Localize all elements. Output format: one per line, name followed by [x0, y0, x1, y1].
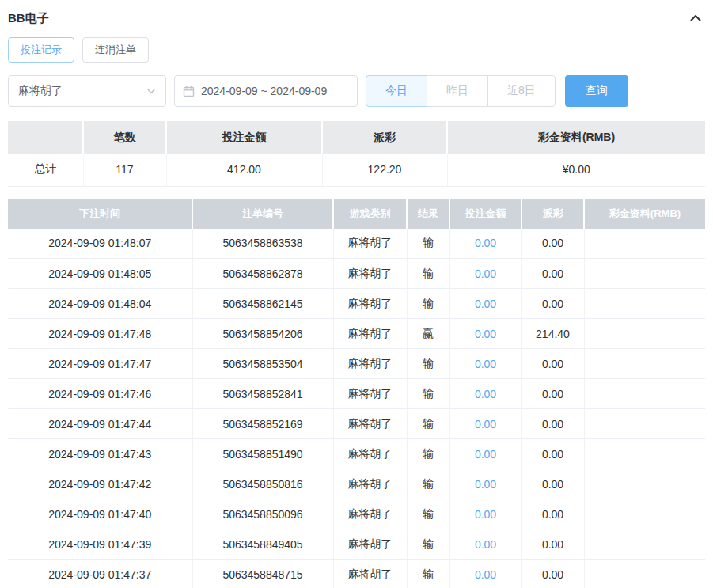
- bonus-cell: [584, 319, 705, 349]
- game-category-cell: 麻将胡了: [333, 319, 407, 349]
- bet-amount-cell: 0.00: [449, 229, 521, 259]
- result-cell: 输: [407, 379, 449, 409]
- game-category-cell: 麻将胡了: [333, 349, 407, 379]
- bet-amount-link[interactable]: 0.00: [475, 418, 496, 431]
- table-row: 2024-09-09 01:47:435063458851490麻将胡了输0.0…: [8, 439, 705, 469]
- bonus-cell: [584, 529, 705, 560]
- bonus-cell: [584, 409, 705, 439]
- table-row: 2024-09-09 01:47:375063458848715麻将胡了输0.0…: [8, 560, 705, 588]
- summary-total-row: 总计 117 412.00 122.20 ¥0.00: [8, 154, 705, 186]
- summary-header-row: 笔数 投注金额 派彩 彩金资料(RMB): [8, 121, 705, 154]
- date-range-picker[interactable]: 2024-09-09 ~ 2024-09-09: [174, 75, 358, 107]
- payout-cell: 0.00: [521, 469, 584, 499]
- records-column-header: 派彩: [521, 199, 584, 229]
- bet-time-cell: 2024-09-09 01:47:47: [8, 349, 192, 379]
- bet-amount-link[interactable]: 0.00: [475, 538, 496, 551]
- payout-cell: 0.00: [521, 409, 584, 439]
- table-row: 2024-09-09 01:47:405063458850096麻将胡了输0.0…: [8, 499, 705, 529]
- order-number-cell: 5063458851490: [192, 439, 333, 469]
- summary-total-payout: 122.20: [322, 154, 447, 186]
- bet-amount-link[interactable]: 0.00: [475, 237, 496, 249]
- records-column-header: 投注金额: [449, 199, 521, 229]
- payout-cell: 0.00: [521, 229, 584, 259]
- bet-amount-cell: 0.00: [449, 259, 521, 289]
- bet-amount-cell: 0.00: [449, 560, 521, 588]
- order-number-cell: 5063458862145: [192, 289, 333, 319]
- bet-amount-link[interactable]: 0.00: [475, 478, 496, 491]
- game-category-cell: 麻将胡了: [333, 379, 407, 409]
- today-button[interactable]: 今日: [366, 75, 427, 107]
- bet-time-cell: 2024-09-09 01:47:46: [8, 379, 192, 409]
- order-number-cell: 5063458850096: [192, 499, 333, 529]
- order-number-cell: 5063458849405: [192, 529, 333, 560]
- bonus-cell: [584, 439, 705, 469]
- bet-amount-link[interactable]: 0.00: [475, 448, 496, 461]
- game-category-cell: 麻将胡了: [333, 229, 407, 259]
- game-type-select[interactable]: 麻将胡了: [8, 75, 166, 107]
- bet-amount-cell: 0.00: [449, 409, 521, 439]
- bet-time-cell: 2024-09-09 01:47:43: [8, 439, 192, 469]
- bet-amount-cell: 0.00: [449, 499, 521, 529]
- table-row: 2024-09-09 01:47:465063458852841麻将胡了输0.0…: [8, 379, 705, 409]
- yesterday-button[interactable]: 昨日: [427, 75, 488, 107]
- table-row: 2024-09-09 01:47:395063458849405麻将胡了输0.0…: [8, 529, 705, 560]
- bonus-cell: [584, 289, 705, 319]
- bet-amount-link[interactable]: 0.00: [475, 568, 496, 581]
- search-button[interactable]: 查询: [565, 75, 628, 107]
- tab-betting-records[interactable]: 投注记录: [8, 37, 74, 63]
- bet-time-cell: 2024-09-09 01:47:48: [8, 319, 192, 349]
- game-category-cell: 麻将胡了: [333, 529, 407, 560]
- bonus-cell: [584, 469, 705, 499]
- bet-amount-link[interactable]: 0.00: [475, 298, 496, 310]
- result-cell: 赢: [407, 319, 449, 349]
- order-number-cell: 5063458852841: [192, 379, 333, 409]
- bet-time-cell: 2024-09-09 01:48:07: [8, 229, 192, 259]
- records-column-header: 彩金资料(RMB): [584, 199, 705, 229]
- bet-time-cell: 2024-09-09 01:47:40: [8, 499, 192, 529]
- tab-cancelled-orders[interactable]: 连消注单: [82, 37, 149, 63]
- bet-time-cell: 2024-09-09 01:48:04: [8, 289, 192, 319]
- result-cell: 输: [407, 499, 449, 529]
- records-column-header: 下注时间: [8, 199, 192, 229]
- order-number-cell: 5063458863538: [192, 229, 333, 259]
- last-8-days-button[interactable]: 近8日: [487, 75, 556, 107]
- bet-amount-link[interactable]: 0.00: [475, 388, 496, 400]
- payout-cell: 214.40: [521, 319, 584, 349]
- bonus-cell: [584, 349, 705, 379]
- records-column-header: 结果: [407, 199, 449, 229]
- table-row: 2024-09-09 01:48:045063458862145麻将胡了输0.0…: [8, 289, 705, 319]
- order-number-cell: 5063458850816: [192, 469, 333, 499]
- records-table: 下注时间注单编号游戏类别结果投注金额派彩彩金资料(RMB) 2024-09-09…: [8, 199, 705, 588]
- summary-header-bet-amount: 投注金额: [166, 121, 322, 154]
- game-category-cell: 麻将胡了: [333, 439, 407, 469]
- bonus-cell: [584, 259, 705, 289]
- order-number-cell: 5063458853504: [192, 349, 333, 379]
- summary-header-payout: 派彩: [322, 121, 447, 154]
- payout-cell: 0.00: [521, 439, 584, 469]
- game-category-cell: 麻将胡了: [333, 469, 407, 499]
- summary-table: 笔数 投注金额 派彩 彩金资料(RMB) 总计 117 412.00 122.2…: [8, 121, 705, 187]
- bet-amount-link[interactable]: 0.00: [475, 267, 496, 280]
- bet-amount-link[interactable]: 0.00: [475, 358, 496, 370]
- result-cell: 输: [407, 469, 449, 499]
- payout-cell: 0.00: [521, 259, 584, 289]
- game-category-cell: 麻将胡了: [333, 289, 407, 319]
- bet-amount-cell: 0.00: [449, 529, 521, 560]
- table-row: 2024-09-09 01:47:475063458853504麻将胡了输0.0…: [8, 349, 705, 379]
- bet-amount-link[interactable]: 0.00: [475, 328, 496, 340]
- bet-amount-link[interactable]: 0.00: [475, 508, 496, 521]
- game-category-cell: 麻将胡了: [333, 560, 407, 588]
- bet-time-cell: 2024-09-09 01:47:39: [8, 529, 192, 560]
- bet-amount-cell: 0.00: [449, 379, 521, 409]
- payout-cell: 0.00: [521, 289, 584, 319]
- records-column-header: 游戏类别: [333, 199, 407, 229]
- payout-cell: 0.00: [521, 529, 584, 560]
- table-row: 2024-09-09 01:48:075063458863538麻将胡了输0.0…: [8, 229, 705, 259]
- bet-time-cell: 2024-09-09 01:47:37: [8, 560, 192, 588]
- chevron-down-icon: [146, 86, 156, 96]
- summary-header-bonus: 彩金资料(RMB): [447, 121, 705, 154]
- summary-total-bonus: ¥0.00: [447, 154, 705, 186]
- collapse-panel-button[interactable]: [688, 10, 704, 26]
- order-number-cell: 5063458852169: [192, 409, 333, 439]
- payout-cell: 0.00: [521, 349, 584, 379]
